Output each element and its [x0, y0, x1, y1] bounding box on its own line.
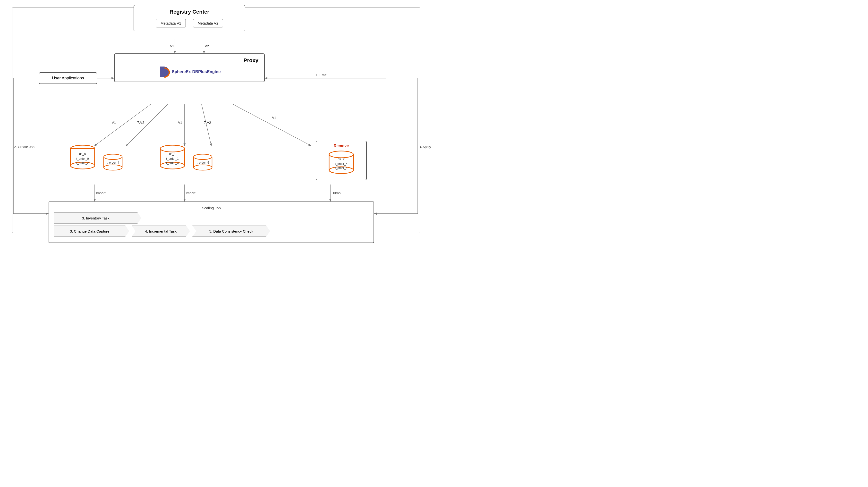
svg-text:2. Create Job: 2. Create Job [14, 145, 34, 149]
user-applications-label: User Applications [52, 76, 84, 80]
inventory-task-label: 3. Inventory Task [82, 216, 109, 220]
change-data-capture-chevron: 3. Change Data Capture [54, 226, 129, 237]
inventory-task-chevron: 3. Inventory Task [54, 213, 141, 224]
svg-point-55 [329, 151, 353, 158]
diagram-container: Registry Center Metadata V1 Metadata V2 … [0, 0, 434, 244]
ds1-extra-cylinder: t_order_5 [192, 153, 214, 173]
svg-line-19 [202, 104, 211, 146]
svg-text:ds_1: ds_1 [169, 152, 176, 156]
svg-text:V2: V2 [205, 44, 209, 48]
sphereex-logo: SphereEx-DBPlusEngine [118, 66, 261, 78]
incremental-task-chevron: 4. Incremental Task [132, 226, 190, 237]
svg-point-50 [193, 154, 212, 160]
remove-box: Remove ds_2 t_order_4 t_order_5 [316, 141, 367, 180]
t-order-4-cylinder: t_order_4 [102, 153, 124, 172]
ds2-cylinder: ds_2 t_order_4 t_order_5 [327, 150, 356, 176]
proxy-title: Proxy [118, 57, 261, 64]
svg-text:1. Emit: 1. Emit [316, 73, 327, 77]
svg-point-38 [104, 154, 122, 160]
metadata-v2-box: Metadata V2 [193, 19, 223, 27]
outer-border [12, 7, 420, 233]
ds0-group: ds_0 t_order_0 t_order_2 [68, 143, 97, 173]
svg-text:Dump: Dump [332, 191, 341, 195]
registry-center-title: Registry Center [137, 9, 241, 15]
svg-text:t_order_0: t_order_0 [76, 157, 89, 160]
svg-line-13 [95, 104, 151, 146]
svg-line-15 [126, 104, 167, 146]
svg-text:t_order_5: t_order_5 [335, 166, 347, 170]
change-data-capture-label: 3. Change Data Capture [70, 229, 110, 233]
remove-label: Remove [319, 144, 364, 148]
svg-text:ds_2: ds_2 [338, 157, 345, 161]
svg-text:ds_0: ds_0 [79, 152, 86, 156]
svg-text:Import: Import [186, 191, 195, 195]
user-applications-box: User Applications [39, 72, 97, 84]
svg-text:t_order_2: t_order_2 [76, 161, 89, 165]
ds0-cylinder: ds_0 t_order_0 t_order_2 [68, 143, 97, 172]
svg-text:t_order_1: t_order_1 [166, 157, 179, 160]
registry-center-box: Registry Center Metadata V1 Metadata V2 [133, 5, 245, 31]
ds1-cylinder: ds_1 t_order_1 t_order_3 [158, 143, 187, 172]
metadata-row: Metadata V1 Metadata V2 [137, 19, 241, 27]
sphereex-name: SphereEx-DBPlusEngine [172, 69, 220, 74]
scaling-job-title: Scaling Job [54, 206, 369, 210]
svg-text:4.Apply: 4.Apply [420, 145, 431, 149]
svg-text:V1: V1 [112, 121, 116, 125]
incremental-task-label: 4. Incremental Task [145, 229, 177, 233]
svg-line-21 [233, 104, 311, 146]
svg-text:7.V2: 7.V2 [204, 121, 211, 125]
svg-text:Import: Import [96, 191, 106, 195]
svg-text:t_order_3: t_order_3 [166, 161, 179, 165]
data-consistency-check-chevron: 5. Data Consistency Check [192, 226, 270, 237]
svg-text:t_order_5: t_order_5 [196, 161, 209, 164]
t-order-5-cylinder: t_order_5 [192, 153, 214, 172]
metadata-v1-box: Metadata V1 [156, 19, 186, 27]
svg-text:V1: V1 [178, 121, 182, 125]
task-row-2: 3. Change Data Capture 4. Incremental Ta… [54, 226, 369, 237]
ds0-extra-cylinder: t_order_4 [102, 153, 124, 173]
scaling-job-box: Scaling Job 3. Inventory Task 3. Change … [49, 201, 374, 243]
ds1-group: ds_1 t_order_1 t_order_3 [158, 143, 187, 173]
data-consistency-check-label: 5. Data Consistency Check [209, 229, 253, 233]
task-row-1: 3. Inventory Task [54, 213, 369, 224]
svg-point-43 [160, 145, 185, 152]
svg-point-53 [193, 165, 212, 170]
svg-text:7.V2: 7.V2 [137, 121, 144, 125]
proxy-box: Proxy SphereEx-DBPlusEngine [114, 54, 265, 82]
svg-text:t_order_4: t_order_4 [106, 161, 119, 164]
svg-text:t_order_4: t_order_4 [335, 162, 347, 166]
sphereex-icon [158, 66, 170, 78]
svg-text:V1: V1 [170, 44, 174, 48]
svg-point-41 [104, 165, 122, 170]
svg-text:V1: V1 [272, 116, 276, 120]
